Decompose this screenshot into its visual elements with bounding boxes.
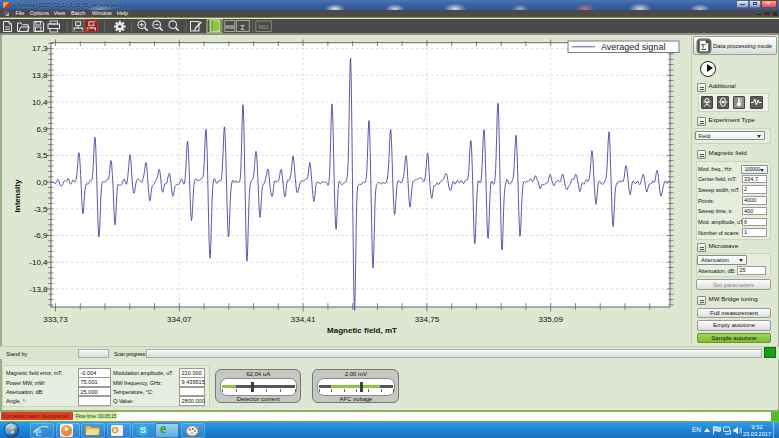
svg-text:13,8: 13,8 xyxy=(32,71,48,80)
svg-text:334,41: 334,41 xyxy=(291,315,316,324)
svg-text:3,5: 3,5 xyxy=(36,151,48,160)
svg-text:17,3: 17,3 xyxy=(32,44,48,53)
svg-text:Σ: Σ xyxy=(700,41,705,51)
svg-text:6,9: 6,9 xyxy=(36,125,48,134)
svg-text:333,73: 333,73 xyxy=(43,315,68,324)
svg-text:Averaged signal: Averaged signal xyxy=(601,42,665,52)
svg-text:334,07: 334,07 xyxy=(167,315,192,324)
svg-text:334,75: 334,75 xyxy=(415,315,440,324)
svg-text:Intensity: Intensity xyxy=(13,179,22,212)
svg-text:335,09: 335,09 xyxy=(538,315,563,324)
svg-text:10,4: 10,4 xyxy=(32,98,48,107)
svg-text:-3,5: -3,5 xyxy=(34,205,48,214)
svg-text:Magnetic field, mT: Magnetic field, mT xyxy=(327,326,397,335)
svg-text:-6,9: -6,9 xyxy=(34,231,48,240)
svg-text:0,0: 0,0 xyxy=(36,178,48,187)
svg-text:-10,4: -10,4 xyxy=(29,258,48,267)
svg-text:-13,8: -13,8 xyxy=(29,285,48,294)
